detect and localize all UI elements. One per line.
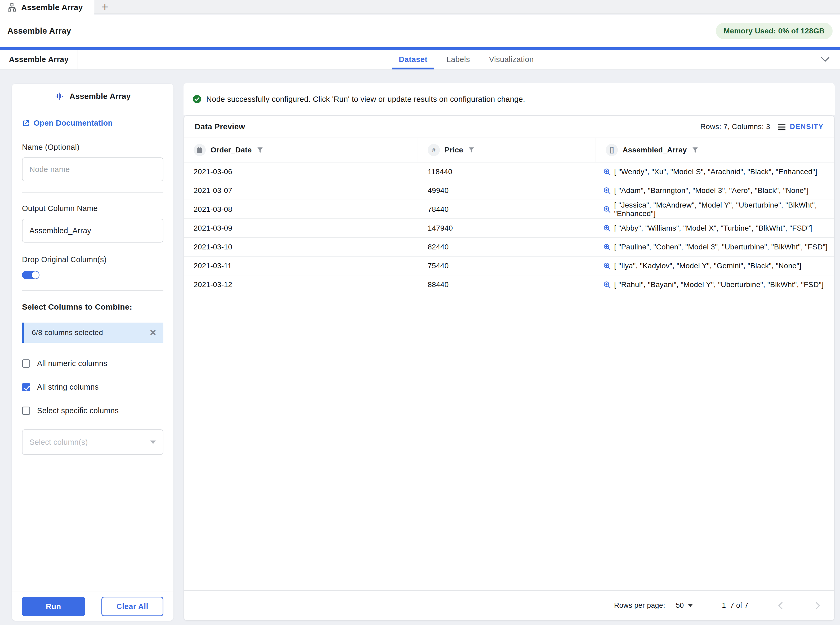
filter-icon[interactable] [692,146,699,154]
cell-order-date: 2021-03-12 [184,280,418,289]
table-row: 2021-03-07 49940 [ "Adam", "Barrington",… [184,181,834,200]
columns-selected-banner: 6/8 columns selected ✕ [22,323,163,343]
checkbox-icon[interactable] [22,383,30,391]
status-message: Node successfully configured. Click 'Run… [206,95,525,104]
zoom-in-icon[interactable] [603,281,611,289]
cell-order-date: 2021-03-07 [184,187,418,195]
new-tab-button[interactable]: + [94,0,115,14]
rows-per-page-label: Rows per page: [614,602,665,609]
page-title: Assemble Array [8,26,71,36]
next-page-button[interactable] [813,600,822,611]
rows-per-page-select[interactable]: 50 [676,602,693,609]
checkbox-icon[interactable] [22,359,30,368]
array-value: [ "Rahul", "Bayani", "Model Y", "Ubertur… [614,280,824,289]
checkbox-select-specific[interactable]: Select specific columns [22,406,163,415]
results-column: Node successfully configured. Click 'Run… [183,83,835,621]
tab-labels[interactable]: Labels [440,50,477,69]
cell-price: 78440 [418,205,596,214]
node-title: Assemble Array [70,92,131,101]
table-body: 2021-03-06 118440 [ "Wendy", "Xu", "Mode… [184,162,834,294]
cell-assembled-array: [ "Ilya", "Kadylov", "Model Y", "Gemini"… [596,261,834,270]
section-divider [22,290,163,291]
array-type-icon: [] [606,144,618,156]
zoom-in-icon[interactable] [603,187,611,194]
column-header-price[interactable]: # Price [418,138,596,162]
column-multiselect-placeholder: Select column(s) [29,438,88,447]
node-name-input[interactable] [22,157,163,181]
checkbox-all-string[interactable]: All string columns [22,383,163,392]
table-header-row: Order_Date # Price [] Assembled_Array [184,138,834,162]
cell-assembled-array: [ "Pauline", "Cohen", "Model 3", "Ubertu… [596,243,834,251]
column-name: Order_Date [211,146,252,154]
cell-price: 49940 [418,187,596,195]
data-preview-title: Data Preview [195,122,245,131]
zoom-in-icon[interactable] [603,168,611,176]
column-name: Assembled_Array [623,146,687,154]
open-documentation-link[interactable]: Open Documentation [22,119,163,127]
select-columns-heading: Select Columns to Combine: [22,302,163,311]
cell-order-date: 2021-03-11 [184,261,418,270]
pagination-range: 1–7 of 7 [722,602,749,609]
cell-order-date: 2021-03-08 [184,205,418,214]
browser-tab-strip: Assemble Array + [0,0,840,14]
cell-order-date: 2021-03-06 [184,168,418,176]
accent-progress-bar [0,47,840,50]
zoom-in-icon[interactable] [603,243,611,251]
content-area: Assemble Array Open Documentation Name (… [0,70,840,625]
filter-icon[interactable] [468,146,475,154]
density-label: DENSITY [790,123,824,131]
collapse-chevron-down-icon[interactable] [819,54,832,65]
table-row: 2021-03-08 78440 [ "Jessica", "McAndrew"… [184,200,834,219]
density-lines-icon [778,123,786,131]
assemble-array-node-icon [54,91,65,101]
zoom-in-icon[interactable] [603,262,611,270]
checkbox-label: All string columns [37,383,99,392]
checkbox-all-numeric[interactable]: All numeric columns [22,359,163,368]
cell-order-date: 2021-03-09 [184,224,418,232]
toggle-knob [32,271,39,278]
app-header: Assemble Array Memory Used: 0% of 128GB [0,15,840,47]
run-button[interactable]: Run [22,597,85,616]
cell-price: 118440 [418,168,596,176]
previous-page-button[interactable] [776,600,785,611]
external-link-icon [22,119,30,127]
cell-assembled-array: [ "Wendy", "Xu", "Model S", "Arachnid", … [596,168,834,176]
data-preview-card: Data Preview Rows: 7, Columns: 3 DENSITY [183,115,835,621]
array-value: [ "Abby", "Williams", "Model X", "Turbin… [614,224,812,232]
clear-selection-icon[interactable]: ✕ [149,328,157,337]
table-row: 2021-03-10 82440 [ "Pauline", "Cohen", "… [184,238,834,257]
filter-icon[interactable] [257,146,263,154]
zoom-in-icon[interactable] [603,224,611,232]
column-multiselect[interactable]: Select column(s) [22,429,163,455]
array-value: [ "Adam", "Barrington", "Model 3", "Aero… [614,187,809,195]
section-divider [22,193,163,193]
tab-dataset[interactable]: Dataset [392,50,434,69]
table-row: 2021-03-06 118440 [ "Wendy", "Xu", "Mode… [184,162,834,181]
calendar-icon [194,144,206,156]
node-config-body: Open Documentation Name (Optional) Outpu… [12,119,174,455]
clear-all-button[interactable]: Clear All [101,597,163,616]
array-value: [ "Pauline", "Cohen", "Model 3", "Ubertu… [614,243,828,251]
checkbox-label: All numeric columns [37,359,107,368]
drop-original-toggle[interactable] [22,271,39,279]
column-header-assembled-array[interactable]: [] Assembled_Array [596,138,834,162]
table-pagination: Rows per page: 50 1–7 of 7 [184,590,834,620]
cell-assembled-array: [ "Rahul", "Bayani", "Model Y", "Ubertur… [596,280,834,289]
cell-price: 75440 [418,261,596,270]
config-actions: Run Clear All [12,592,174,621]
success-check-icon [192,95,201,104]
chevron-down-icon [688,604,693,607]
name-field-label: Name (Optional) [22,143,163,152]
chevron-down-icon [150,440,156,444]
rows-columns-count: Rows: 7, Columns: 3 [700,123,770,131]
tab-visualization[interactable]: Visualization [482,50,541,69]
workflow-tab-title: Assemble Array [21,3,83,12]
workflow-tab[interactable]: Assemble Array [0,0,94,15]
output-column-input[interactable] [22,219,163,243]
column-header-order-date[interactable]: Order_Date [184,138,418,162]
zoom-in-icon[interactable] [603,205,611,213]
workflow-icon [8,3,16,12]
density-button[interactable]: DENSITY [778,123,824,131]
checkbox-icon[interactable] [22,407,30,415]
memory-usage-badge: Memory Used: 0% of 128GB [716,23,833,39]
